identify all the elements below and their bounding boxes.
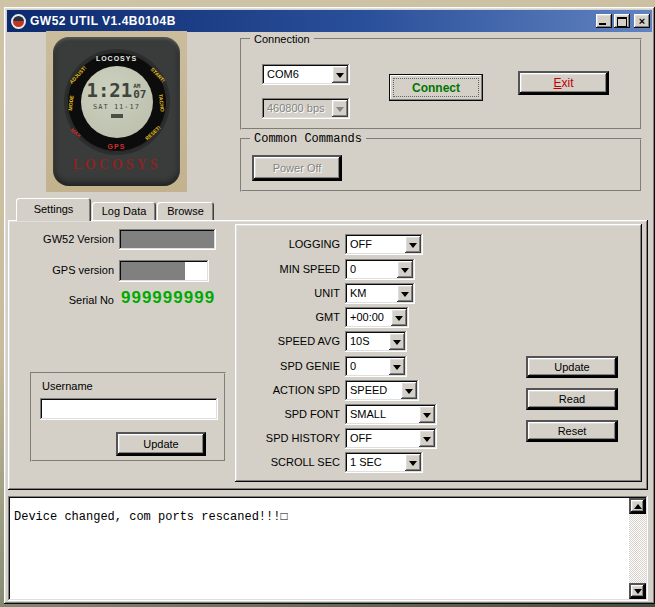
- common-commands-title: Common Commands: [250, 132, 366, 146]
- action-spd-value: SPEED: [350, 384, 387, 396]
- logging-select[interactable]: OFF: [345, 234, 423, 255]
- chevron-down-icon: [423, 413, 431, 422]
- bezel-max-label: MAX: [69, 127, 81, 138]
- close-button[interactable]: ×: [634, 14, 650, 28]
- speed-avg-value: 10S: [350, 335, 370, 347]
- username-input[interactable]: [40, 398, 218, 420]
- exit-label-mnemonic: E: [553, 76, 561, 90]
- com-port-select[interactable]: COM6: [262, 64, 350, 85]
- serial-number-label: Serial No: [10, 290, 114, 311]
- app-icon[interactable]: [11, 14, 26, 29]
- scroll-down-button[interactable]: [629, 583, 646, 599]
- read-button[interactable]: Read: [526, 388, 618, 410]
- speed-avg-select[interactable]: 10S: [345, 331, 407, 352]
- username-group: Username Update: [30, 372, 226, 462]
- bezel-reset-label: RESET!: [145, 125, 162, 141]
- unit-select[interactable]: KM: [345, 283, 415, 304]
- gps-version-field: [119, 260, 209, 282]
- spd-history-value: OFF: [350, 432, 372, 444]
- bezel-adjust-label: ADJUST!: [68, 65, 87, 85]
- update-button-label: Update: [554, 361, 589, 373]
- tab-browse[interactable]: Browse: [157, 202, 214, 220]
- dropdown-button[interactable]: [405, 236, 421, 253]
- minimize-button[interactable]: [596, 14, 612, 28]
- dropdown-button[interactable]: [391, 309, 407, 326]
- device-body: LOCOSYS ADJUST! START! MODE TACHO MAX RE…: [53, 37, 180, 186]
- lcd-seconds: 07: [133, 89, 146, 100]
- chevron-down-icon: [409, 461, 417, 470]
- chevron-down-icon: [336, 73, 344, 82]
- action-spd-label: ACTION SPD: [230, 380, 340, 401]
- com-port-dropdown-button[interactable]: [332, 66, 348, 83]
- gw52-version-label: GW52 Version: [10, 229, 114, 250]
- reset-button[interactable]: Reset: [526, 420, 618, 442]
- connection-group-title: Connection: [250, 32, 314, 46]
- min-speed-label: MIN SPEED: [230, 259, 340, 280]
- chevron-down-icon: [423, 437, 431, 446]
- logging-value: OFF: [350, 238, 372, 250]
- gmt-select[interactable]: +00:00: [345, 307, 409, 328]
- log-output[interactable]: Device changed, com ports rescaned!!!□: [8, 496, 648, 601]
- title-bar[interactable]: GW52 UTIL V1.4B0104B ×: [7, 10, 652, 32]
- chevron-down-icon: [393, 340, 401, 349]
- exit-button[interactable]: Exit: [518, 71, 609, 95]
- dropdown-button[interactable]: [401, 382, 417, 399]
- gmt-label: GMT: [230, 307, 340, 328]
- log-scrollbar-track[interactable]: [629, 498, 646, 599]
- connect-button-label: Connect: [412, 81, 460, 95]
- min-speed-select[interactable]: 0: [345, 259, 415, 280]
- unit-value: KM: [350, 287, 367, 299]
- tab-browse-label: Browse: [167, 205, 204, 217]
- spd-genie-select[interactable]: 0: [345, 356, 407, 377]
- close-icon: ×: [634, 15, 650, 27]
- window-controls: ×: [596, 14, 650, 28]
- reset-button-label: Reset: [558, 425, 587, 437]
- device-photo: LOCOSYS ADJUST! START! MODE TACHO MAX RE…: [46, 31, 187, 192]
- scroll-up-button[interactable]: [629, 498, 646, 514]
- power-off-label: Power Off: [273, 162, 322, 174]
- lcd-time: 1:21: [86, 81, 132, 100]
- spd-font-value: SMALL: [350, 408, 386, 420]
- dropdown-button[interactable]: [397, 285, 413, 302]
- dropdown-button[interactable]: [405, 454, 421, 471]
- gw52-version-field: [119, 229, 216, 250]
- baud-rate-value: 460800 bps: [267, 102, 325, 114]
- update-button[interactable]: Update: [526, 356, 618, 378]
- lcd-bar-icon: [111, 114, 123, 118]
- spd-history-select[interactable]: OFF: [345, 428, 437, 449]
- dropdown-button[interactable]: [419, 406, 435, 423]
- com-port-value: COM6: [267, 68, 299, 80]
- username-update-button[interactable]: Update: [116, 432, 206, 456]
- watch-lcd: 1:21 AM 07 SAT 11-17: [81, 66, 153, 138]
- baud-rate-dropdown-button: [332, 100, 348, 117]
- bezel-brand-label: LOCOSYS: [67, 55, 167, 62]
- username-group-title: Username: [42, 380, 93, 392]
- scroll-sec-value: 1 SEC: [350, 456, 382, 468]
- username-update-label: Update: [143, 438, 178, 450]
- chevron-down-icon: [401, 292, 409, 301]
- bezel-tacho-label: TACHO: [158, 94, 165, 112]
- speed-avg-label: SPEED AVG: [230, 331, 340, 352]
- device-brand-label: LOCOSYS: [53, 157, 180, 173]
- tab-settings[interactable]: Settings: [16, 198, 91, 221]
- scroll-sec-select[interactable]: 1 SEC: [345, 452, 423, 473]
- dropdown-button[interactable]: [397, 261, 413, 278]
- dropdown-button[interactable]: [389, 358, 405, 375]
- tab-settings-label: Settings: [34, 203, 74, 215]
- connect-button[interactable]: Connect: [389, 74, 483, 101]
- spd-history-label: SPD HISTORY: [230, 428, 340, 449]
- bezel-start-label: START!: [150, 67, 166, 84]
- serial-number-value: 999999999: [121, 288, 215, 308]
- chevron-down-icon: [393, 365, 401, 374]
- app-window: GW52 UTIL V1.4B0104B × LOCOSYS ADJUST! S…: [4, 7, 655, 604]
- action-spd-select[interactable]: SPEED: [345, 380, 419, 401]
- min-speed-value: 0: [350, 263, 356, 275]
- dropdown-button[interactable]: [419, 430, 435, 447]
- spd-font-select[interactable]: SMALL: [345, 404, 437, 425]
- dropdown-button[interactable]: [389, 333, 405, 350]
- chevron-down-icon: [405, 389, 413, 398]
- tab-log-data[interactable]: Log Data: [92, 202, 156, 220]
- lcd-date: SAT 11-17: [81, 103, 153, 111]
- scroll-sec-label: SCROLL SEC: [230, 452, 340, 473]
- maximize-button[interactable]: [614, 14, 630, 28]
